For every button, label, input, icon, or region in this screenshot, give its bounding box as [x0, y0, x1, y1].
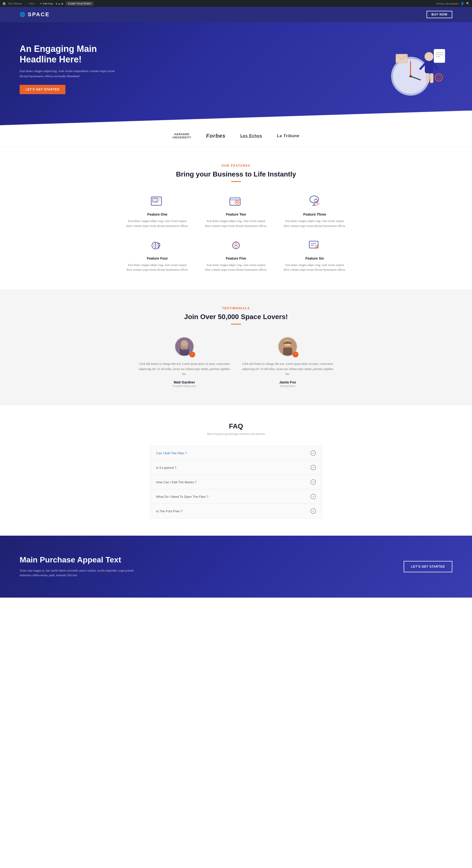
- testimonials-divider: [231, 324, 241, 324]
- feature-three-desc: Erat donec magna adipis cing. Aute rerum…: [283, 219, 347, 228]
- testimonial-text-2: Click edit button to change this text. L…: [241, 361, 334, 376]
- logos-bar: HARVARDUNIVERSITY Forbes Les Echos La Tr…: [0, 125, 472, 147]
- faq-item-5[interactable]: Is The Font Free ? +: [150, 504, 322, 518]
- enable-vb-button[interactable]: Enable Visual Builder: [66, 1, 94, 6]
- feature-item-six: Feature Six Erat donec magna adipis cing…: [283, 238, 347, 272]
- footer-dots-bl: · · ·· · ·· · ·: [10, 580, 20, 588]
- svg-point-16: [437, 76, 441, 79]
- logo-lesechos: Les Echos: [240, 134, 262, 138]
- page-wrapper: 🌐 SPACE BUY NOW · · ·· · ·· · · An Engag…: [0, 7, 472, 598]
- faq-toggle-4[interactable]: +: [311, 494, 316, 499]
- faq-item-3[interactable]: How Can I Edit The Masks ? +: [150, 475, 322, 490]
- hero-title: An Engaging Main Headline Here!: [20, 43, 118, 65]
- testimonials-section-title: Join Over 50,000 Space Lovers!: [20, 313, 452, 321]
- admin-howdy: Howdy, alexchiguire: [436, 2, 459, 5]
- wp-logo-icon[interactable]: ⊕: [2, 1, 6, 6]
- faq-toggle-1[interactable]: +: [311, 451, 316, 456]
- svg-rect-9: [430, 73, 433, 83]
- cta-footer-button[interactable]: LET'S GET STARTED: [404, 561, 452, 572]
- svg-rect-46: [181, 346, 188, 349]
- feature-six-icon: [306, 238, 323, 253]
- faq-title: FAQ: [20, 422, 452, 430]
- svg-point-39: [235, 245, 237, 246]
- svg-rect-14: [396, 54, 408, 63]
- admin-sep2: |: [37, 2, 38, 5]
- faq-question-5: Is The Font Free ?: [156, 509, 182, 513]
- testimonial-name-2: Jamie Fox: [241, 380, 334, 384]
- svg-rect-47: [182, 349, 187, 350]
- testimonial-role-2: Entrepreneur: [241, 384, 334, 388]
- feature-one-icon: [149, 194, 166, 209]
- faq-question-4: What Do I Need To Open The Files ?: [156, 495, 209, 499]
- feature-six-name: Feature Six: [283, 256, 347, 260]
- avatar-quote-icon-1: ": [189, 351, 195, 358]
- decorative-dots-bl: · · ·· · ·· · ·: [10, 98, 20, 106]
- cta-footer: · · ·· · ·· · · Main Purchase Appeal Tex…: [0, 536, 472, 597]
- hero-description: Erat donec magna adipiscing. Aute rerum …: [20, 69, 118, 79]
- svg-rect-50: [283, 348, 292, 356]
- admin-avatar-icon[interactable]: 👤: [461, 2, 464, 5]
- svg-point-15: [435, 74, 442, 81]
- svg-rect-21: [159, 198, 161, 199]
- feature-five-icon: [227, 238, 245, 253]
- feature-four-name: Feature Four: [125, 256, 189, 260]
- testimonial-name-1: Matt Gardner: [138, 380, 231, 384]
- hero-content-left: An Engaging Main Headline Here! Erat don…: [20, 43, 118, 94]
- site-logo[interactable]: 🌐 SPACE: [20, 11, 50, 18]
- faq-question-1: Can I Edit The Files ?: [156, 451, 187, 455]
- faq-question-3: How Can I Edit The Masks ?: [156, 480, 197, 484]
- admin-sep: |: [24, 2, 25, 5]
- cta-footer-description: Tortor ante magna ac, hac morbi labore r…: [20, 568, 143, 578]
- testimonial-text-1: Click edit button to change this text. L…: [138, 361, 231, 376]
- svg-line-7: [433, 64, 438, 69]
- testimonial-item-2: " Click edit button to change this text.…: [241, 337, 334, 388]
- features-divider: [231, 181, 241, 182]
- feature-four-icon: [149, 238, 166, 253]
- feature-item-five: Feature Five Erat donec magna adipis cin…: [204, 238, 268, 272]
- feature-three-icon: [306, 194, 323, 209]
- testimonial-item-1: " Click edit button to change this text.…: [138, 337, 231, 388]
- testimonials-grid: " Click edit button to change this text.…: [138, 337, 334, 388]
- hero-svg-illustration: [386, 39, 450, 98]
- features-grid: Feature One Erat donec magna adipis cing…: [125, 194, 347, 272]
- faq-list: Can I Edit The Files ? + Is It Layered ?…: [150, 446, 322, 519]
- avatar-wrap-1: ": [175, 337, 194, 356]
- feature-five-name: Feature Five: [204, 256, 268, 260]
- feature-four-desc: Erat donec magna adipis cing. Aute rerum…: [125, 263, 189, 272]
- admin-new[interactable]: + New: [27, 2, 35, 5]
- buy-now-button[interactable]: BUY NOW: [427, 11, 452, 18]
- avatar-wrap-2: ": [278, 337, 297, 356]
- testimonial-role-1: Founder/Natura.Inc: [138, 384, 231, 388]
- testimonials-section: TESTIMONIALS Join Over 50,000 Space Love…: [0, 289, 472, 405]
- features-section-label: OUR FEATURES: [20, 164, 452, 167]
- nav-bar: 🌐 SPACE BUY NOW: [0, 7, 472, 22]
- avatar-quote-icon-2: ": [292, 351, 298, 358]
- faq-item-1[interactable]: Can I Edit The Files ? +: [150, 446, 322, 460]
- faq-toggle-2[interactable]: +: [311, 465, 316, 470]
- feature-two-desc: Erat donec magna adipis cing. Aute rerum…: [204, 219, 268, 228]
- logo-tribune: La Tribune: [277, 134, 300, 138]
- logo-harvard: HARVARDUNIVERSITY: [172, 133, 191, 139]
- admin-edit-step[interactable]: Edit Step: [40, 2, 53, 5]
- faq-item-4[interactable]: What Do I Need To Open The Files ? +: [150, 490, 322, 504]
- faq-item-2[interactable]: Is It Layered ? +: [150, 460, 322, 475]
- admin-bar: ⊕ Test Website | + New | Edit Step ⊞ ☁ ◉…: [0, 0, 472, 7]
- feature-two-icon: [227, 194, 245, 209]
- hero-cta-button[interactable]: LET'S GET STARTED: [20, 85, 65, 94]
- feature-one-desc: Erat donec magna adipis cing. Aute rerum…: [125, 219, 189, 228]
- feature-item-four: Feature Four Erat donec magna adipis cin…: [125, 238, 189, 272]
- feature-five-desc: Erat donec magna adipis cing. Aute rerum…: [204, 263, 268, 272]
- faq-toggle-5[interactable]: +: [311, 508, 316, 514]
- cta-footer-title: Main Purchase Appeal Text: [20, 555, 143, 564]
- admin-icons: ⊞ ☁ ◉: [56, 2, 63, 5]
- features-section-title: Bring your Business to Life Instantly: [20, 170, 452, 178]
- feature-one-name: Feature One: [125, 212, 189, 216]
- hero-illustration: [383, 37, 452, 101]
- testimonials-section-label: TESTIMONIALS: [20, 307, 452, 310]
- faq-toggle-3[interactable]: +: [311, 479, 316, 485]
- svg-rect-22: [159, 199, 161, 200]
- admin-search-icon[interactable]: 🔍: [466, 2, 470, 5]
- feature-item-two: Feature Two Erat donec magna adipis cing…: [204, 194, 268, 228]
- admin-site-name[interactable]: Test Website: [8, 2, 22, 5]
- cta-footer-content: Main Purchase Appeal Text Tortor ante ma…: [20, 555, 143, 578]
